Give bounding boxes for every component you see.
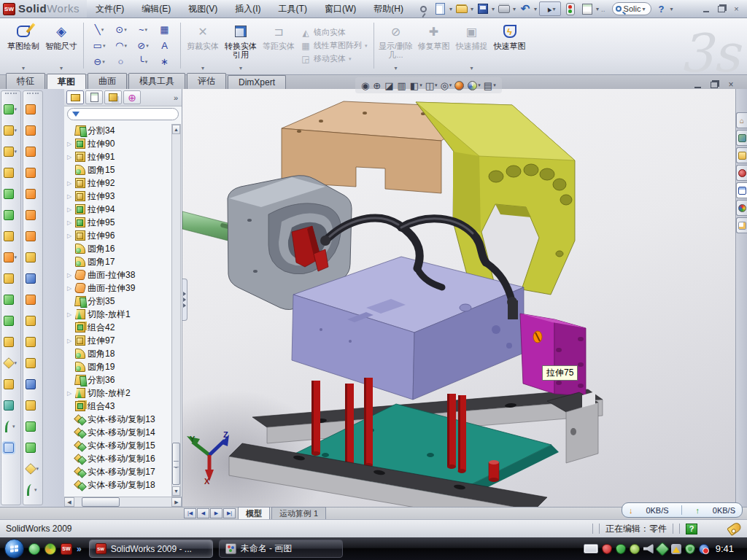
tree-item[interactable]: ▷ 拉伸90 [66,137,182,150]
tool-dropdown[interactable]: ▾ [15,149,19,155]
toolbar-button[interactable]: ▾ [1,98,20,120]
toolbar-button[interactable]: ▾ [23,458,42,479]
document-tab[interactable]: 模型 [238,507,270,520]
dimxpert-manager-tab[interactable]: ⊕ [123,90,141,104]
sketch-entity-button[interactable]: ○ [110,54,132,70]
command-button[interactable]: ϟ 快速草图 [491,20,529,71]
appearances-tab[interactable] [736,200,747,216]
sketch-entity-dropdown[interactable]: ▾ [124,43,127,49]
tray-icon[interactable] [671,544,681,554]
tree-horizontal-scrollbar[interactable]: ◀ ▶ [64,497,182,507]
tab-nav-button[interactable]: |◀ [184,508,196,518]
search-box[interactable]: Solic ▾ [612,2,652,15]
tree-item[interactable]: ▷ 切除-放样1 [66,308,182,321]
tree-filter-input[interactable] [67,108,179,120]
ribbon-tab[interactable]: 草图 [47,74,86,90]
tree-item[interactable]: ▷ 拉伸94 [66,203,182,216]
tray-icon[interactable] [602,544,612,554]
expand-arrow[interactable]: ▷ [66,272,73,279]
view-tool-button[interactable] [454,81,465,90]
tree-item[interactable]: ▷ 拉伸95 [66,216,182,229]
sketch-entity-button[interactable]: ⊙ ▾ [110,22,132,38]
tree-item[interactable]: ▷ 拉伸93 [66,190,182,203]
sketch-entity-button[interactable]: ╰ ▾ [132,54,154,70]
expand-arrow[interactable]: ▷ [66,311,73,318]
tree-item[interactable]: 圆角18 [66,347,182,360]
feature-manager-tab[interactable] [66,90,84,104]
panel-splitter-handle[interactable] [182,279,187,321]
command-button[interactable]: ✚ 修复草图 [415,20,453,71]
tree-item[interactable]: ▷ 拉伸92 [66,176,182,190]
feature-tree[interactable]: 分割34 ▷ 拉伸90 ▷ 拉伸91 圆角15 ▷ 拉伸92 [64,122,182,507]
toolbar-button[interactable] [23,352,42,373]
view-tool-button[interactable]: ◧ ▾ [410,80,422,91]
tree-item[interactable]: ▷ 拉伸97 [66,334,182,347]
command-dropdown[interactable]: ▾ [471,65,473,71]
tab-nav-button[interactable]: ▶| [223,508,236,518]
tree-item[interactable]: 实体-移动/复制15 [66,439,182,452]
tray-icon[interactable] [643,544,654,554]
expand-arrow[interactable]: ▷ [66,193,73,200]
tree-item[interactable]: 圆角19 [66,360,182,373]
tray-icon[interactable] [616,544,626,554]
file-explorer-tab[interactable] [736,147,747,163]
command-button[interactable]: ◭ 镜向实体 [301,27,368,38]
open-dropdown[interactable]: ▾ [471,6,473,12]
view-tool-dropdown[interactable]: ▾ [478,82,481,88]
expand-arrow[interactable]: ▷ [66,233,73,239]
expand-arrow[interactable]: ▷ [66,180,73,187]
sketch-entity-button[interactable]: ╲ ▾ [88,22,110,38]
tree-item[interactable]: 分割35 [66,295,182,308]
select-tool-button[interactable]: ▲▾ [539,1,561,16]
view-tool-dropdown[interactable]: ▾ [449,82,452,88]
command-dropdown[interactable]: ▾ [349,56,352,62]
new-dropdown[interactable]: ▾ [449,6,452,12]
tray-icon[interactable] [685,544,695,554]
sketch-entity-button[interactable]: A [154,38,176,54]
tree-item[interactable]: 组合42 [66,321,182,334]
tree-item[interactable]: 实体-移动/复制13 [66,413,182,426]
menu-item[interactable]: 工具(T) [270,0,316,18]
view-tool-button[interactable]: ▤ ▾ [484,80,496,91]
toolbar-button[interactable] [1,225,20,246]
taskbar-window-button[interactable]: SW SolidWorks 2009 - ... [89,540,213,558]
tray-icon[interactable] [655,542,670,556]
tool-dropdown[interactable]: ▾ [15,128,19,133]
toolbar-button[interactable] [1,268,20,289]
toolbar-button[interactable]: ▾ [1,141,20,162]
sketch-entity-dropdown[interactable]: ▾ [124,27,127,33]
tool-dropdown[interactable]: ▾ [12,424,17,429]
tree-item[interactable]: ▷ 切除-放样2 [66,386,182,400]
menu-item[interactable]: 视图(V) [179,0,226,18]
toolbar-button[interactable] [23,437,42,458]
command-dropdown[interactable]: ▾ [22,65,25,71]
menu-item[interactable]: 窗口(W) [316,0,365,18]
tray-icon[interactable] [699,544,709,554]
sketch-entity-button[interactable]: ⊘ ▾ [132,38,154,54]
toolbar-button[interactable] [1,310,20,331]
tree-item[interactable]: 实体-移动/复制16 [66,452,182,465]
tree-item[interactable]: 分割36 [66,373,182,386]
ribbon-tab[interactable]: 模具工具 [128,73,185,89]
tree-item[interactable]: ▷ 拉伸96 [66,229,182,242]
sketch-entity-button[interactable]: ⊖ ▾ [88,54,110,70]
sketch-entity-dropdown[interactable]: ▾ [145,27,148,33]
menu-item[interactable]: 文件(F) [87,0,133,18]
save-icon[interactable] [476,1,490,16]
sketch-entity-button[interactable]: ◠ ▾ [110,38,132,54]
toolbar-button[interactable]: ▾ [1,120,20,141]
toolbar-button[interactable] [23,331,42,352]
toolbar-button[interactable] [23,204,42,225]
command-dropdown[interactable]: ▾ [365,43,368,49]
solidworks-shortcut-icon[interactable]: SW [61,543,72,555]
toolbar-button[interactable] [23,289,42,310]
tool-dropdown[interactable]: ▾ [15,360,19,366]
undo-icon[interactable]: ↶ [518,1,533,16]
search-dropdown[interactable]: ▾ [642,6,645,12]
menu-item[interactable]: 插入(I) [226,0,269,18]
overflow-icon[interactable]: .. [601,5,605,13]
menu-item[interactable]: 编辑(E) [133,0,179,18]
help-dropdown[interactable]: ▾ [670,6,673,12]
toolbar-button[interactable] [23,310,42,331]
view-tool-button[interactable]: ▾ [468,81,481,90]
